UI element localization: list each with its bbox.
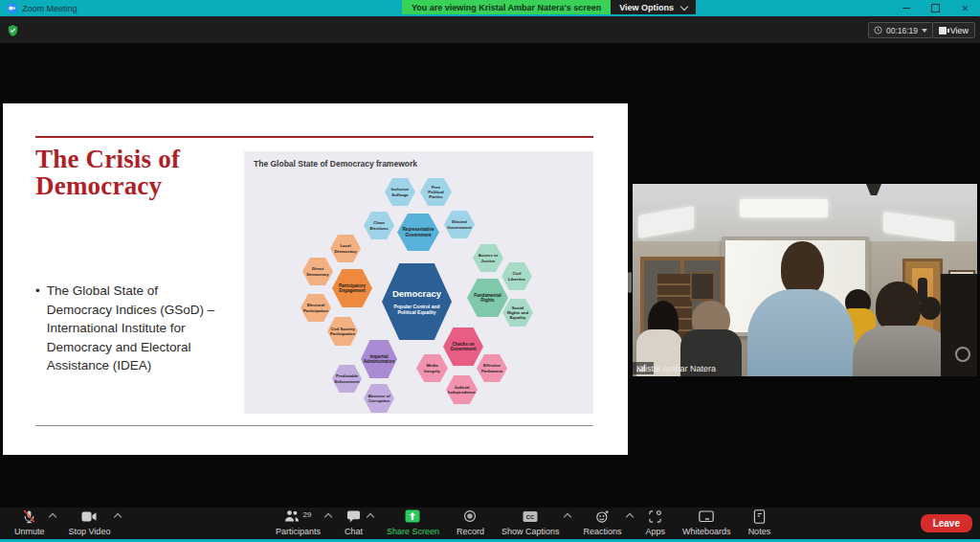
notes-icon xyxy=(753,509,766,528)
share-screen-icon xyxy=(405,509,420,527)
apps-icon xyxy=(648,509,662,528)
chevron-up-icon[interactable] xyxy=(114,513,122,521)
title-bar: Zoom Meeting You are viewing Kristal Amb… xyxy=(0,0,980,16)
security-shield-icon[interactable] xyxy=(8,23,18,40)
toolbar-record-label: Record xyxy=(457,527,484,536)
slide-bullet: • The Global State of Democracy Indices … xyxy=(35,282,219,375)
toolbar-unmute-button[interactable]: Unmute xyxy=(6,508,60,539)
toolbar-notes-button[interactable]: Notes xyxy=(740,508,780,539)
hex-judicial-independence: Judicial Independence xyxy=(446,375,478,404)
view-button[interactable]: View xyxy=(932,22,975,38)
leave-button[interactable]: Leave xyxy=(921,514,972,532)
toolbar-stop-video-label: Stop Video xyxy=(69,527,111,536)
toolbar-show-captions-label: Show Captions xyxy=(501,527,560,536)
audience-member xyxy=(920,297,941,320)
chevron-up-icon[interactable] xyxy=(324,513,332,521)
hex-elected-government: Elected Government xyxy=(444,211,475,238)
toolbar-chat-label: Chat xyxy=(345,527,363,536)
clock-icon xyxy=(874,26,882,34)
hex-representative-government: Representative Government xyxy=(397,214,439,251)
toolbar-participants-label: Participants xyxy=(276,527,321,536)
hex-checks-on-government: Checks on Government xyxy=(443,327,483,366)
chat-bubble-icon xyxy=(346,509,361,527)
slide-top-rule xyxy=(35,136,593,138)
svg-text:CC: CC xyxy=(526,514,535,520)
toolbar-chat-button[interactable]: Chat xyxy=(336,508,378,539)
hex-electoral-participation: Electoral Participation xyxy=(301,294,331,322)
toolbar-apps-label: Apps xyxy=(646,527,666,536)
chevron-down-icon xyxy=(680,2,688,10)
close-button[interactable]: ✕ xyxy=(950,0,980,16)
audience-member xyxy=(747,289,855,376)
panel-drag-handle[interactable] xyxy=(628,272,632,293)
gsod-framework-diagram: The Global State of Democracy framework … xyxy=(244,151,593,414)
toolbar-share-screen-button[interactable]: Share Screen xyxy=(378,508,448,539)
hex-clean-elections: Clean Elections xyxy=(364,212,394,239)
hex-access-to-justice: Access to Justice xyxy=(473,244,503,272)
chevron-up-icon[interactable] xyxy=(563,513,570,521)
diagram-title: The Global State of Democracy framework xyxy=(254,159,417,169)
hex-fundamental-rights: Fundamental Rights xyxy=(467,279,508,317)
view-options-button[interactable]: View Options xyxy=(611,0,696,14)
chevron-up-icon[interactable] xyxy=(625,513,633,521)
chevron-up-icon[interactable] xyxy=(367,513,374,521)
hex-free-political-parties: Free Political Parties xyxy=(420,178,452,206)
hex-participatory-engagement: Participatory Engagement xyxy=(332,269,372,307)
record-icon xyxy=(463,509,477,527)
chevron-up-icon[interactable] xyxy=(48,513,56,521)
slide-bottom-rule xyxy=(35,425,593,426)
hex-inclusive-suffrage: Inclusive Suffrage xyxy=(385,178,415,206)
hex-civil-liberties: Civil Liberties xyxy=(501,262,532,290)
toolbar-notes-label: Notes xyxy=(748,527,771,536)
view-layout-icon xyxy=(939,27,947,34)
hex-social-rights-and-equality: Social Rights and Equality xyxy=(502,299,533,327)
toolbar-unmute-label: Unmute xyxy=(14,527,45,536)
participants-count-badge: 29 xyxy=(302,510,311,519)
participant-name-tag: Kristal Ambar Natera xyxy=(633,362,654,374)
wall-picture xyxy=(690,272,715,301)
participant-video-tile[interactable]: Kristal Ambar Natera xyxy=(633,184,977,376)
hex-civil-society-participation: Civil Society Participation xyxy=(327,317,358,346)
toolbar-stop-video-button[interactable]: Stop Video xyxy=(60,508,126,539)
toolbar-reactions-button[interactable]: Reactions xyxy=(575,508,637,539)
reactions-icon xyxy=(595,509,610,528)
toolbar-reactions-label: Reactions xyxy=(584,527,622,536)
zoom-logo-icon xyxy=(7,3,17,13)
meeting-info-bar: 00:16:19 View xyxy=(0,16,980,43)
viewing-screen-banner: You are viewing Kristal Ambar Natera's s… xyxy=(402,0,611,14)
hex-predictable-enforcement: Predictable Enforcement xyxy=(332,365,362,393)
meeting-timer[interactable]: 00:16:19 xyxy=(868,22,933,38)
minimize-button[interactable] xyxy=(891,0,921,16)
hex-direct-democracy: Direct Democracy xyxy=(302,258,333,285)
maximize-button[interactable] xyxy=(921,0,950,16)
mic-muted-icon xyxy=(22,509,36,528)
caret-down-icon xyxy=(922,29,927,33)
hex-absence-of-corruption: Absence of Corruption xyxy=(364,384,394,413)
audience-member xyxy=(876,282,921,331)
shared-screen-stage: The Crisis of Democracy • The Global Sta… xyxy=(0,43,980,508)
shared-slide: The Crisis of Democracy • The Global Sta… xyxy=(3,103,628,455)
toolbar-participants-button[interactable]: 29Participants xyxy=(267,508,336,539)
video-camera-icon xyxy=(81,509,97,527)
slide-title: The Crisis of Democracy xyxy=(35,146,180,199)
zoom-meeting-window: Zoom Meeting You are viewing Kristal Amb… xyxy=(0,0,980,542)
ceiling-light xyxy=(740,199,828,217)
toolbar-record-button[interactable]: Record xyxy=(448,508,493,539)
participants-icon xyxy=(284,509,300,527)
hex-media-integrity: Media Integrity xyxy=(416,354,448,382)
whiteboard-icon xyxy=(699,509,714,527)
meeting-toolbar: UnmuteStop Video 29ParticipantsChatShare… xyxy=(0,508,980,542)
toolbar-whiteboards-button[interactable]: Whiteboards xyxy=(674,508,740,539)
audience-member xyxy=(781,241,824,296)
toolbar-share-screen-label: Share Screen xyxy=(387,527,439,536)
toolbar-show-captions-button[interactable]: CCShow Captions xyxy=(493,508,575,539)
audience-member xyxy=(853,326,952,376)
toolbar-apps-button[interactable]: Apps xyxy=(637,508,675,539)
hex-democracy-center: DemocracyPopular Control and Political E… xyxy=(382,263,452,340)
window-title: Zoom Meeting xyxy=(22,4,78,13)
hex-impartial-administration: Impartial Administration xyxy=(361,340,397,378)
captions-icon: CC xyxy=(523,509,538,527)
toolbar-whiteboards-label: Whiteboards xyxy=(682,527,731,536)
video-overlay-icon xyxy=(955,347,970,362)
hex-effective-parliament: Effective Parliament xyxy=(477,354,507,382)
